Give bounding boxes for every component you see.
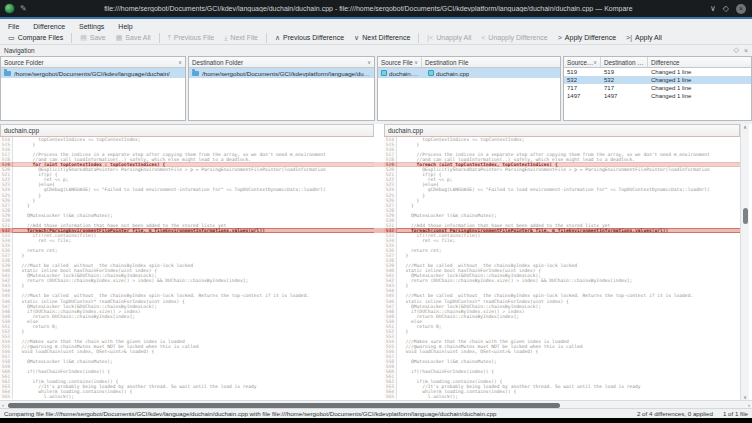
horizontal-scrollbar[interactable]: ‹ ›: [0, 400, 752, 408]
destination-folder-row[interactable]: /home/sergobot/Documents/GCI/kdevplatfor…: [189, 68, 374, 78]
source-pane-header: duchain.cpp: [0, 124, 374, 137]
toolbar-button-label: Next Difference: [362, 34, 410, 41]
difference-row[interactable]: 717717Changed 1 line: [564, 84, 751, 92]
source-folder-panel: Source Folder ∨ /home/sergobot/Documents…: [0, 56, 186, 121]
destination-file-column-header[interactable]: Destination File: [422, 57, 560, 67]
diff-connector-band: [374, 228, 384, 233]
menu-file[interactable]: File: [8, 23, 19, 30]
next-file-button: ⤓Next File: [219, 32, 263, 44]
difference-source-line: 1497: [564, 93, 601, 99]
code-line: 524 qCDebug(LANGUAGE) << "Failed to load…: [0, 187, 374, 192]
title-bar: ✎ file:///home/sergobot/Documents/GCI/kd…: [0, 0, 752, 19]
toolbar-button-label: Unapply All: [436, 34, 471, 41]
pencil-icon: ✎: [20, 4, 27, 13]
destination-file-name: duchain.cpp: [436, 70, 469, 77]
code-text: ret << file;: [397, 238, 455, 243]
diff-column-header-0[interactable]: Source Line∨: [564, 57, 601, 67]
destination-folder-header[interactable]: Destination Folder ∨: [189, 57, 374, 68]
code-line: 524 qCDebug(LANGUAGE) << "Failed to load…: [384, 187, 740, 192]
compare-files-button[interactable]: ▭Compare Files: [3, 32, 68, 44]
destination-pane-header: duchain.cpp: [384, 124, 740, 137]
unapply-difference-icon: <: [481, 34, 485, 41]
code-text: if(!hasChainForIndex(index)) {: [13, 369, 110, 374]
source-pane-title: duchain.cpp: [4, 127, 39, 134]
source-file-name: duchain.cpp: [389, 70, 419, 77]
file-row[interactable]: duchain.cpp duchain.cpp: [378, 68, 560, 78]
source-file-column-header[interactable]: Source File ∨: [378, 57, 422, 67]
navigation-dock-title: Navigation: [4, 47, 35, 54]
source-folder-header-label: Source Folder: [4, 59, 44, 66]
apply-all-button[interactable]: >|Apply All: [621, 32, 667, 43]
apply-all-icon: >|: [626, 34, 632, 41]
diff-column-header-1[interactable]: Destination Line: [601, 57, 648, 67]
diff-column-header-2[interactable]: Difference: [648, 57, 748, 67]
scroll-up-icon[interactable]: ∧: [741, 124, 749, 130]
apply-difference-icon: >: [558, 34, 562, 41]
window-title: file:///home/sergobot/Documents/GCI/kdev…: [27, 5, 710, 12]
diff-column-header-label: Difference: [651, 59, 680, 66]
destination-pane-title: duchain.cpp: [388, 127, 423, 134]
chevron-down-icon: ∨: [178, 59, 182, 65]
differences-header: Source Line∨Destination LineDifference: [564, 57, 751, 68]
difference-row[interactable]: 14971497Changed 1 line: [564, 92, 751, 100]
code-text: void loadChain(uint index, QSet<uint>& l…: [397, 349, 538, 354]
navigation-panel: Source Folder ∨ /home/sergobot/Documents…: [0, 55, 752, 122]
code-text: }: [13, 142, 35, 147]
code-text: ret << file;: [13, 238, 71, 243]
dock-close-icon[interactable]: ×: [744, 47, 748, 54]
kompare-app-icon: [4, 3, 15, 14]
difference-source-line: 532: [564, 77, 601, 83]
dock-float-icon[interactable]: ◇: [734, 46, 739, 54]
destination-code-pane: 514 topContextIndices << topContextIndex…: [384, 137, 740, 400]
minimize-button[interactable]: ∨: [710, 5, 716, 13]
toolbar-button-label: Previous File: [174, 34, 214, 41]
code-text: QMutexLocker l(&m_chainsMutex);: [397, 359, 497, 364]
difference-destination-line: 717: [601, 85, 648, 91]
toolbar-separator: [418, 33, 419, 43]
destination-folder-path: /home/sergobot/Documents/GCI/kdevplatfor…: [202, 70, 371, 77]
difference-row[interactable]: 519519Changed 1 line: [564, 68, 751, 76]
menu-settings[interactable]: Settings: [79, 23, 104, 30]
code-text: if(!hasChainForIndex(index)) {: [397, 369, 494, 374]
difference-source-line: 519: [564, 69, 601, 75]
line-number: 565: [384, 394, 397, 399]
difference-source-line: 717: [564, 85, 601, 91]
previous-difference-button[interactable]: ∧Previous Difference: [270, 32, 349, 44]
toolbar-button-label: Previous Difference: [283, 34, 344, 41]
toolbar-button-label: Save: [90, 34, 106, 41]
diff-connector-band: [374, 162, 384, 167]
differences-panel: Source Line∨Destination LineDifference 5…: [563, 56, 752, 121]
difference-row[interactable]: 532532Changed 1 line: [564, 76, 751, 84]
horizontal-scrollbar-thumb[interactable]: [8, 403, 560, 408]
difference-destination-line: 519: [601, 69, 648, 75]
menu-difference[interactable]: Difference: [33, 23, 65, 30]
next-difference-button[interactable]: ∨Next Difference: [349, 32, 415, 44]
compare-files-icon: ▭: [8, 34, 15, 42]
code-text: QMutexLocker l(&m_chainsMutex);: [13, 213, 113, 218]
close-button[interactable]: ×: [736, 4, 746, 14]
source-code-pane: 514 topContextIndices << topContextIndex…: [0, 137, 374, 400]
source-folder-header[interactable]: Source Folder ∨: [1, 57, 185, 68]
code-text: l.unlock();: [13, 394, 74, 399]
diff-view: duchain.cpp duchain.cpp 514 topContextIn…: [0, 124, 752, 400]
apply-difference-button[interactable]: >Apply Difference: [553, 32, 621, 43]
next-file-icon: ⤓: [224, 34, 227, 42]
destination-folder-panel: Destination Folder ∨ /home/sergobot/Docu…: [188, 56, 375, 121]
toolbar-button-label: Apply All: [635, 34, 662, 41]
source-folder-path: /home/sergobot/Documents/GCI/kdev/langua…: [14, 70, 170, 77]
line-number: 565: [0, 394, 13, 399]
code-text: qCDebug(LANGUAGE) << "Failed to load env…: [397, 187, 710, 192]
bottom-black-strip: [0, 418, 752, 423]
cpp-file-icon: [428, 70, 434, 76]
vertical-scrollbar[interactable]: ∧ ∨: [740, 124, 749, 400]
diff-connector-strip: [374, 137, 384, 400]
destination-file-header-label: Destination File: [425, 59, 468, 66]
difference-destination-line: 1497: [601, 93, 648, 99]
menu-help[interactable]: Help: [118, 23, 132, 30]
difference-label: Changed 1 line: [648, 85, 748, 91]
maximize-button[interactable]: ◇: [723, 5, 729, 13]
code-text: return (DUChain::chainsByIndex.size() > …: [397, 278, 632, 283]
vertical-scrollbar-thumb[interactable]: [743, 208, 748, 224]
code-text: QExplicitlySharedDataPointer< ParsingEnv…: [397, 167, 710, 172]
source-folder-row[interactable]: /home/sergobot/Documents/GCI/kdev/langua…: [1, 68, 185, 78]
